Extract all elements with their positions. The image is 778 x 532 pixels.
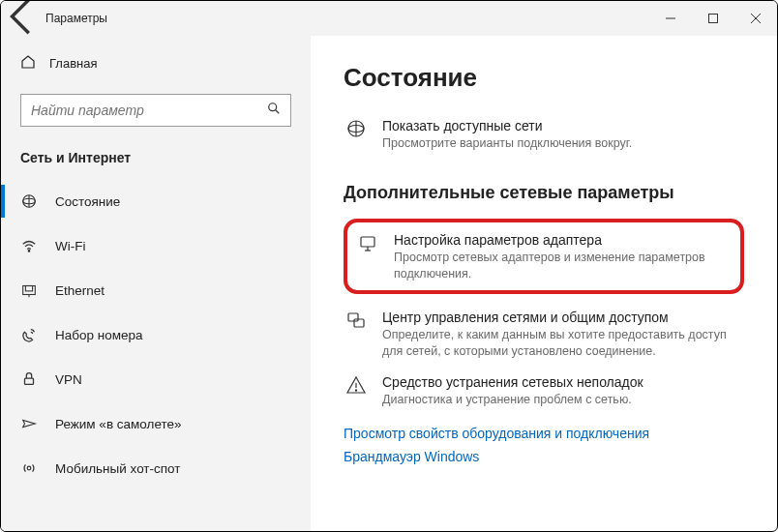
search-box[interactable]	[20, 94, 291, 127]
row-title: Средство устранения сетевых неполадок	[382, 374, 742, 390]
titlebar: Параметры	[1, 1, 777, 36]
dialup-icon	[20, 326, 38, 343]
adapter-highlight: Настройка параметров адаптера Просмотр с…	[344, 219, 744, 294]
svg-rect-18	[361, 237, 374, 247]
minimize-button[interactable]	[649, 1, 692, 36]
row-desc: Диагностика и устранение проблем с сетью…	[382, 392, 742, 408]
hw-properties-link[interactable]: Просмотр свойств оборудования и подключе…	[344, 426, 744, 441]
home-link[interactable]: Главная	[1, 45, 311, 80]
nav-label: Режим «в самолете»	[55, 417, 182, 431]
nav-label: Мобильный хот-спот	[55, 461, 180, 476]
category-header: Сеть и Интернет	[1, 144, 311, 179]
row-title: Показать доступные сети	[382, 118, 742, 133]
row-title: Настройка параметров адаптера	[394, 232, 731, 248]
sidebar: Главная Сеть и Интернет Состояние Wi-Fi …	[1, 36, 311, 531]
maximize-button[interactable]	[692, 1, 734, 36]
nav-item-vpn[interactable]: VPN	[1, 357, 311, 401]
svg-rect-10	[23, 286, 36, 295]
nav-item-ethernet[interactable]: Ethernet	[1, 268, 311, 312]
wifi-icon	[20, 237, 38, 254]
status-icon	[20, 192, 38, 210]
svg-line-5	[276, 110, 280, 114]
nav-item-dialup[interactable]: Набор номера	[1, 312, 311, 357]
nav-item-hotspot[interactable]: Мобильный хот-спот	[1, 446, 311, 490]
svg-rect-1	[709, 15, 718, 23]
svg-point-9	[28, 251, 29, 251]
adapter-icon	[357, 232, 378, 253]
nav-label: Состояние	[55, 194, 120, 209]
row-desc: Просмотр сетевых адаптеров и изменение п…	[394, 250, 731, 282]
svg-point-24	[355, 390, 356, 391]
window-title: Параметры	[45, 12, 107, 25]
search-input[interactable]	[31, 103, 267, 118]
warning-icon	[345, 374, 367, 396]
troubleshoot-row[interactable]: Средство устранения сетевых неполадок Ди…	[344, 369, 744, 418]
home-icon	[20, 54, 36, 73]
available-networks-row[interactable]: Показать доступные сети Просмотрите вари…	[344, 112, 744, 162]
firewall-link[interactable]: Брандмауэр Windows	[344, 449, 744, 464]
svg-rect-22	[354, 319, 364, 327]
sharing-center-row[interactable]: Центр управления сетями и общим доступом…	[344, 304, 744, 369]
adapter-settings-row[interactable]: Настройка параметров адаптера Просмотр с…	[355, 232, 733, 282]
nav-label: Wi-Fi	[55, 239, 85, 253]
nav-label: Ethernet	[55, 283, 105, 298]
nav-list: Состояние Wi-Fi Ethernet Набор номера VP…	[1, 179, 311, 490]
nav-item-airplane[interactable]: Режим «в самолете»	[1, 401, 311, 446]
main-content: Состояние Показать доступные сети Просмо…	[311, 36, 777, 531]
page-title: Состояние	[344, 63, 744, 93]
advanced-header: Дополнительные сетевые параметры	[344, 183, 744, 203]
svg-point-14	[27, 466, 31, 470]
window-controls	[649, 1, 777, 36]
vpn-icon	[20, 370, 38, 388]
svg-rect-13	[25, 378, 34, 384]
nav-label: Набор номера	[55, 328, 143, 342]
ethernet-icon	[20, 281, 38, 299]
svg-rect-21	[348, 313, 358, 321]
nav-item-status[interactable]: Состояние	[1, 179, 311, 223]
nav-item-wifi[interactable]: Wi-Fi	[1, 223, 311, 268]
nav-label: VPN	[55, 372, 82, 387]
airplane-icon	[20, 415, 38, 432]
row-title: Центр управления сетями и общим доступом	[382, 310, 742, 325]
hotspot-icon	[20, 459, 38, 477]
row-desc: Просмотрите варианты подключения вокруг.	[382, 135, 742, 152]
svg-rect-11	[25, 286, 32, 291]
sharing-icon	[345, 310, 367, 331]
globe-icon	[345, 118, 367, 139]
close-button[interactable]	[734, 1, 777, 36]
row-desc: Определите, к каким данным вы хотите пре…	[382, 327, 742, 360]
svg-point-4	[269, 103, 277, 111]
search-icon	[267, 102, 281, 119]
home-label: Главная	[49, 56, 97, 71]
